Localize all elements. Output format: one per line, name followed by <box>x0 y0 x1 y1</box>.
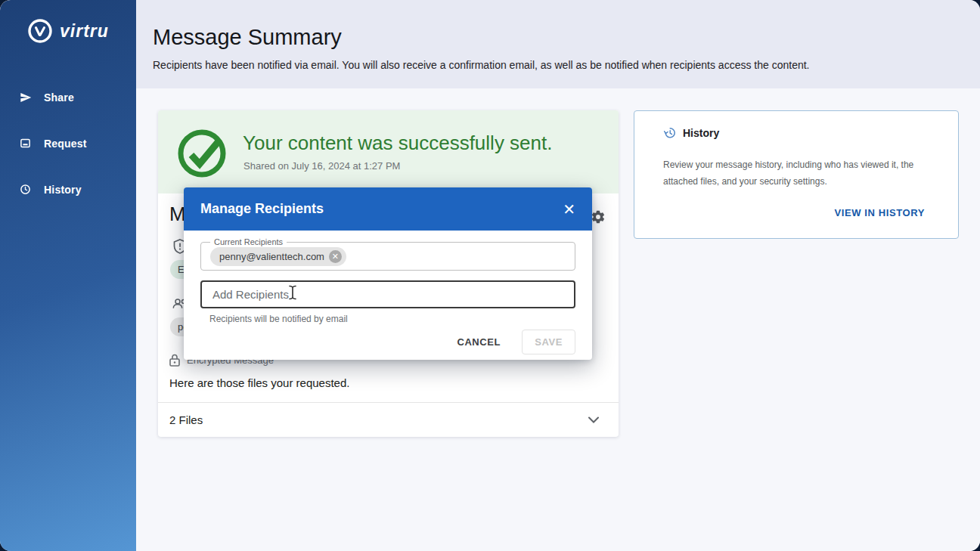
sidebar-item-label: History <box>44 184 82 196</box>
chevron-down-icon <box>588 416 599 423</box>
send-icon <box>20 91 32 104</box>
page-header: Message Summary Recipients have been not… <box>136 0 980 88</box>
sidebar-item-label: Share <box>44 91 74 104</box>
view-in-history-link[interactable]: VIEW IN HISTORY <box>834 207 925 218</box>
virtru-logo-text: virtru <box>60 21 109 42</box>
history-card-header: History <box>663 126 719 139</box>
files-count-label: 2 Files <box>169 413 203 426</box>
gear-icon[interactable] <box>591 209 606 224</box>
sidebar-item-history[interactable]: History <box>0 174 136 206</box>
history-icon <box>20 184 32 196</box>
sidebar: virtru Share Request <box>0 0 136 551</box>
lock-icon <box>169 354 180 367</box>
modal-actions: CANCEL SAVE <box>449 330 575 354</box>
check-circle-icon <box>176 126 229 179</box>
chip-remove-icon[interactable]: ✕ <box>329 250 342 263</box>
current-recipients-field: Current Recipients penny@valienttech.com… <box>200 242 575 271</box>
main-content: Your content was successfully sent. Shar… <box>136 88 980 551</box>
app-window: virtru Share Request <box>0 0 980 551</box>
message-body-text: Here are those files your requested. <box>169 376 349 389</box>
virtru-logo-icon <box>27 18 53 44</box>
manage-recipients-modal: Manage Recipients ✕ Current Recipients p… <box>184 187 592 360</box>
history-clock-icon <box>663 126 676 139</box>
virtru-logo: virtru <box>0 0 136 44</box>
recipient-chip: penny@valienttech.com ✕ <box>210 247 346 266</box>
page-subtitle: Recipients have been notified via email.… <box>153 59 950 71</box>
history-card: History Review your message history, inc… <box>634 110 959 239</box>
sidebar-item-request[interactable]: Request <box>0 128 136 159</box>
recipient-email: penny@valienttech.com <box>219 251 324 262</box>
sidebar-item-label: Request <box>44 138 87 150</box>
success-banner: Your content was successfully sent. Shar… <box>158 110 619 193</box>
history-card-description: Review your message history, including w… <box>663 156 928 190</box>
page-title: Message Summary <box>153 25 950 50</box>
files-accordion-toggle[interactable]: 2 Files <box>158 402 619 437</box>
cancel-button[interactable]: CANCEL <box>449 330 508 354</box>
add-recipients-input[interactable] <box>200 280 575 308</box>
sidebar-item-share[interactable]: Share <box>0 82 136 113</box>
modal-title: Manage Recipients <box>200 201 324 217</box>
modal-header: Manage Recipients ✕ <box>184 187 592 231</box>
request-icon <box>20 138 32 150</box>
close-icon[interactable]: ✕ <box>563 202 575 217</box>
history-card-title: History <box>683 127 719 139</box>
sidebar-nav: Share Request History <box>0 82 136 206</box>
shared-date: Shared on July 16, 2024 at 1:27 PM <box>243 160 400 172</box>
current-recipients-label: Current Recipients <box>210 237 287 246</box>
recipients-helper-text: Recipients will be notified by email <box>209 314 348 324</box>
success-message: Your content was successfully sent. <box>243 132 552 155</box>
save-button[interactable]: SAVE <box>522 330 575 354</box>
